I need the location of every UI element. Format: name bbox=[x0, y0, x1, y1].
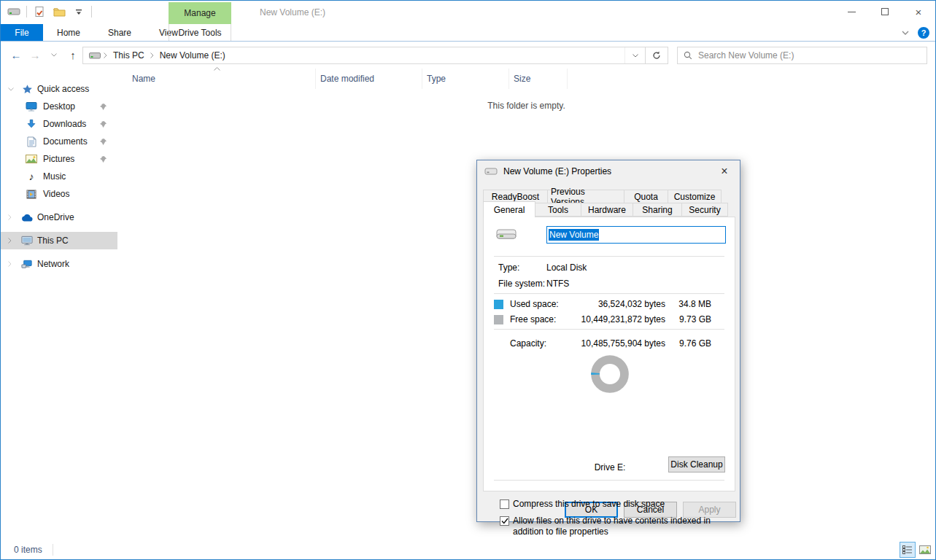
sidebar-item-documents[interactable]: Documents bbox=[1, 133, 117, 150]
tab-sharing[interactable]: Sharing bbox=[633, 203, 682, 217]
column-header-size[interactable]: Size bbox=[509, 69, 568, 89]
pin-icon bbox=[99, 138, 107, 146]
address-bar: ← → ↑ This PC New Volume (E:) bbox=[1, 42, 935, 69]
tab-drive-tools[interactable]: Drive Tools bbox=[169, 24, 231, 41]
column-header-type[interactable]: Type bbox=[422, 69, 509, 89]
file-system-value: NTFS bbox=[546, 279, 569, 289]
chevron-right-icon[interactable] bbox=[8, 261, 15, 267]
sidebar-item-label: Quick access bbox=[37, 84, 89, 94]
breadcrumb-current-folder[interactable]: New Volume (E:) bbox=[157, 50, 228, 61]
new-folder-icon[interactable] bbox=[52, 4, 66, 19]
view-toggles bbox=[900, 542, 933, 558]
column-label: Date modified bbox=[320, 74, 374, 84]
search-input[interactable] bbox=[698, 50, 921, 61]
refresh-button[interactable] bbox=[646, 47, 668, 64]
maximize-icon bbox=[881, 8, 889, 15]
address-dropdown-chevron-icon[interactable] bbox=[624, 47, 645, 63]
sort-ascending-icon bbox=[214, 67, 220, 71]
sidebar-item-label: Music bbox=[43, 171, 66, 182]
tab-previous-versions[interactable]: Previous Versions bbox=[547, 190, 624, 203]
sidebar-item-desktop[interactable]: Desktop bbox=[1, 98, 117, 115]
tab-general[interactable]: General bbox=[483, 201, 535, 217]
videos-icon bbox=[26, 190, 37, 199]
maximize-button[interactable] bbox=[868, 1, 902, 23]
details-view-button[interactable] bbox=[900, 542, 916, 558]
sidebar-item-music[interactable]: ♪ Music bbox=[1, 168, 117, 185]
breadcrumb-chevron-icon[interactable] bbox=[150, 52, 154, 58]
chevron-right-icon[interactable] bbox=[8, 214, 15, 220]
pin-icon bbox=[99, 155, 107, 163]
breadcrumb-this-pc[interactable]: This PC bbox=[110, 50, 147, 61]
close-icon: × bbox=[916, 7, 922, 18]
up-button[interactable]: ↑ bbox=[65, 47, 81, 63]
volume-label-input[interactable]: New Volume bbox=[546, 226, 726, 244]
tab-customize[interactable]: Customize bbox=[668, 190, 722, 203]
sidebar-item-downloads[interactable]: Downloads bbox=[1, 115, 117, 133]
free-space-size: 9.73 GB bbox=[665, 314, 711, 324]
customize-toolbar-icon[interactable] bbox=[71, 4, 86, 19]
dialog-close-button[interactable]: × bbox=[716, 163, 732, 179]
compress-checkbox-row[interactable]: Compress this drive to save disk space bbox=[500, 499, 729, 510]
tab-quota[interactable]: Quota bbox=[624, 190, 668, 203]
checkbox-unchecked-icon[interactable] bbox=[500, 499, 509, 509]
this-pc-icon bbox=[21, 236, 33, 246]
tab-tools[interactable]: Tools bbox=[535, 203, 581, 217]
breadcrumb-chevron-icon[interactable] bbox=[104, 52, 107, 58]
properties-icon[interactable] bbox=[32, 4, 47, 19]
status-bar: 0 items bbox=[1, 540, 935, 559]
type-label: Type: bbox=[498, 262, 519, 273]
sidebar-item-quick-access[interactable]: Quick access bbox=[1, 80, 117, 98]
tab-hardware[interactable]: Hardware bbox=[581, 203, 633, 217]
minimize-button[interactable] bbox=[835, 1, 868, 23]
column-header-date-modified[interactable]: Date modified bbox=[316, 69, 422, 89]
chevron-right-icon[interactable] bbox=[8, 238, 15, 244]
quick-access-toolbar bbox=[7, 4, 92, 19]
breadcrumb-bar[interactable]: This PC New Volume (E:) bbox=[82, 47, 646, 64]
chevron-down-icon[interactable] bbox=[8, 88, 15, 91]
sidebar-item-this-pc[interactable]: This PC bbox=[1, 232, 117, 249]
sidebar-item-onedrive[interactable]: OneDrive bbox=[1, 209, 117, 226]
sidebar-item-label: Pictures bbox=[43, 154, 74, 164]
pictures-icon bbox=[26, 155, 37, 163]
pin-icon bbox=[99, 103, 107, 111]
tab-security[interactable]: Security bbox=[681, 203, 728, 217]
explorer-window: Manage New Volume (E:) × File Home Share… bbox=[0, 0, 936, 560]
thumbnail-view-button[interactable] bbox=[917, 542, 933, 558]
tab-home[interactable]: Home bbox=[43, 24, 94, 41]
disk-cleanup-button[interactable]: Disk Cleanup bbox=[668, 456, 725, 472]
close-button[interactable]: × bbox=[902, 1, 935, 23]
expand-ribbon-chevron-icon[interactable] bbox=[902, 31, 909, 35]
details-view-icon bbox=[902, 545, 913, 554]
sidebar-item-label: Network bbox=[37, 259, 69, 269]
toolbar-separator bbox=[26, 6, 27, 18]
dialog-title-bar: New Volume (E:) Properties × bbox=[477, 160, 740, 182]
search-box[interactable] bbox=[677, 47, 927, 64]
navigation-pane: Quick access Desktop Downloads Documents… bbox=[1, 69, 117, 540]
manage-contextual-tab[interactable]: Manage bbox=[169, 2, 231, 24]
forward-button[interactable]: → bbox=[27, 47, 43, 63]
used-space-bytes: 36,524,032 bytes bbox=[568, 299, 665, 309]
recent-locations-chevron-icon[interactable] bbox=[46, 47, 62, 63]
navigation-buttons: ← → ↑ bbox=[1, 47, 82, 63]
sidebar-item-network[interactable]: Network bbox=[1, 255, 117, 273]
main-area: Quick access Desktop Downloads Documents… bbox=[1, 69, 935, 540]
desktop-icon bbox=[26, 101, 37, 112]
sidebar-item-videos[interactable]: Videos bbox=[1, 185, 117, 203]
toolbar-separator bbox=[91, 6, 92, 18]
onedrive-cloud-icon bbox=[21, 214, 33, 222]
free-space-bytes: 10,449,231,872 bytes bbox=[568, 314, 665, 324]
checkbox-checked-icon[interactable] bbox=[500, 516, 509, 526]
tab-share[interactable]: Share bbox=[94, 24, 145, 41]
disk-usage-donut-chart bbox=[589, 353, 631, 395]
drive-icon bbox=[7, 4, 21, 19]
index-checkbox-row[interactable]: Allow files on this drive to have conten… bbox=[500, 516, 729, 537]
thumbnail-view-icon bbox=[919, 545, 931, 554]
tab-file[interactable]: File bbox=[1, 24, 43, 41]
breadcrumb: This PC New Volume (E:) bbox=[83, 47, 624, 63]
sidebar-group-gap bbox=[1, 203, 117, 209]
back-button[interactable]: ← bbox=[8, 47, 24, 63]
items-count: 0 items bbox=[1, 545, 42, 555]
sidebar-item-pictures[interactable]: Pictures bbox=[1, 150, 117, 168]
column-header-name[interactable]: Name bbox=[117, 69, 316, 89]
help-icon[interactable]: ? bbox=[918, 27, 929, 39]
